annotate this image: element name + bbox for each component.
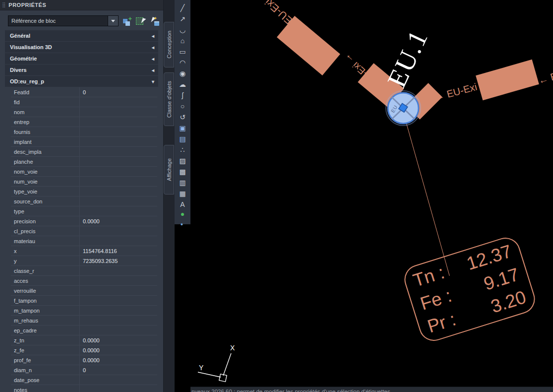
pipe-segment[interactable] [476, 60, 539, 101]
property-row: ep_cadre [11, 326, 157, 335]
property-value[interactable]: 0 [79, 365, 157, 375]
palette-titlebar[interactable]: ⣿ PROPRIÉTÉS [0, 0, 163, 10]
property-value[interactable] [79, 385, 157, 392]
property-label: nom [11, 107, 79, 117]
image-icon[interactable]: ▥ [177, 177, 188, 188]
ray-icon[interactable]: ↗ [177, 13, 188, 24]
pipe-label[interactable]: ← EU-Exi [433, 81, 479, 104]
property-value[interactable] [79, 316, 157, 325]
object-type-value: Référence de bloc [8, 18, 56, 24]
property-row: materiau [11, 236, 157, 246]
property-value[interactable]: 1154764.8116 [79, 246, 157, 256]
property-label: implant [11, 137, 79, 146]
ellipse-icon[interactable]: ○ [177, 101, 188, 112]
property-value[interactable] [79, 117, 157, 127]
drawing-canvas[interactable]: EU-Exi → EU-Exi → ← EU-Exi ← EU-Exi EU.1… [190, 0, 553, 387]
property-label: type [11, 206, 79, 216]
property-value[interactable] [79, 107, 157, 117]
property-row: diam_n 0 [11, 365, 157, 375]
property-value[interactable]: 0.0000 [79, 355, 157, 365]
property-value[interactable] [79, 97, 157, 107]
property-value[interactable]: 0.0000 [79, 345, 157, 355]
property-value[interactable]: 7235093.2635 [79, 256, 157, 265]
section-header-od[interactable]: OD:eu_reg_p [5, 76, 158, 87]
table-icon[interactable]: ▦ [177, 188, 188, 199]
circle-icon[interactable]: ◉ [177, 68, 188, 79]
property-row: source_don [11, 196, 157, 206]
property-value[interactable] [79, 167, 157, 176]
spline-icon[interactable]: ʃ [177, 90, 188, 101]
palette-grip-icon[interactable]: ⣿ [2, 2, 5, 7]
chevron-left-icon [152, 45, 154, 50]
property-value[interactable] [79, 266, 157, 275]
object-type-dropdown[interactable]: Référence de bloc [8, 15, 119, 26]
property-label: entrep [11, 117, 79, 127]
property-value[interactable] [79, 326, 157, 335]
section-header[interactable]: Visualisation 3D [5, 42, 158, 53]
point-icon[interactable]: ∴ [177, 144, 188, 155]
palette-tab-strip: Conception Classe d'objets Affichage [164, 0, 175, 392]
property-value[interactable] [79, 137, 157, 146]
property-row: m_rehaus [11, 316, 157, 326]
property-row: fournis [11, 127, 157, 137]
revision-cloud-icon[interactable]: ☁ [177, 79, 188, 90]
polygon-icon[interactable]: ⌂ [177, 35, 188, 46]
elevation-annotation[interactable]: Tn : 12.37 Fe : 9.17 Pr : 3.20 [401, 234, 539, 344]
section-header[interactable]: Général [5, 30, 158, 41]
property-value[interactable]: 0.0000 [79, 216, 157, 226]
property-value[interactable] [79, 306, 157, 315]
property-value[interactable] [79, 286, 157, 295]
property-value[interactable] [79, 127, 157, 136]
property-value[interactable] [79, 236, 157, 246]
property-row: precision 0.0000 [11, 216, 157, 226]
property-value[interactable] [79, 157, 157, 166]
property-value[interactable] [79, 196, 157, 206]
property-value[interactable]: 0.0000 [79, 335, 157, 345]
select-objects-button[interactable] [135, 16, 145, 26]
hatch-icon[interactable]: ▨ [177, 155, 188, 166]
gradient-icon[interactable]: ▩ [177, 166, 188, 177]
autocad-window: ⣿ PROPRIÉTÉS Référence de bloc + ✦ [0, 0, 553, 392]
property-row: FeatId 0 [11, 87, 157, 97]
property-value[interactable] [79, 296, 157, 305]
property-row: m_tampon [11, 306, 157, 316]
pipe-label[interactable]: EU-Exi → [253, 0, 295, 27]
pipe-label[interactable]: ← EU-Exi [537, 64, 553, 86]
quick-select-button[interactable]: ✦ [149, 16, 159, 26]
manhole-symbol[interactable]: EU [385, 90, 421, 126]
line-icon[interactable]: ╱ [177, 2, 188, 13]
property-row: desc_impla [11, 147, 157, 157]
property-value[interactable] [79, 147, 157, 156]
property-value[interactable] [79, 187, 157, 196]
tab-conception[interactable]: Conception [164, 22, 174, 67]
property-label: FeatId [11, 87, 79, 97]
tab-classe-objets[interactable]: Classe d'objets [164, 72, 174, 126]
toggle-pickadd-button[interactable]: + [122, 16, 132, 26]
property-label: date_pose [11, 375, 79, 385]
point-style-icon[interactable]: ● [177, 210, 188, 221]
chevron-down-icon [152, 79, 154, 84]
section-header[interactable]: Géométrie [5, 53, 158, 64]
leader-line[interactable] [404, 116, 449, 276]
arc-icon[interactable]: ◠ [177, 57, 188, 68]
property-row: acces [11, 276, 157, 286]
dropdown-arrow-button[interactable] [108, 16, 118, 26]
property-value[interactable] [79, 226, 157, 236]
property-row: classe_r [11, 266, 157, 276]
property-value[interactable] [79, 276, 157, 285]
rectangle-icon[interactable]: ▭ [177, 46, 188, 57]
polyline-icon[interactable]: ◡ [177, 24, 188, 35]
property-row: date_pose [11, 375, 157, 385]
property-value[interactable]: 0 [79, 87, 157, 97]
property-value[interactable] [79, 177, 157, 186]
manhole-id-label[interactable]: EU.1 [381, 25, 434, 92]
text-icon[interactable]: A [177, 199, 188, 210]
section-header[interactable]: Divers [5, 65, 158, 75]
property-value[interactable] [79, 375, 157, 385]
tab-affichage[interactable]: Affichage [164, 145, 174, 195]
insert-block-icon[interactable]: ▣ [177, 123, 188, 133]
rotate-icon[interactable]: ↺ [177, 112, 188, 123]
property-row: entrep [11, 117, 157, 127]
property-value[interactable] [79, 206, 157, 216]
create-block-icon[interactable]: ▤ [177, 133, 188, 144]
